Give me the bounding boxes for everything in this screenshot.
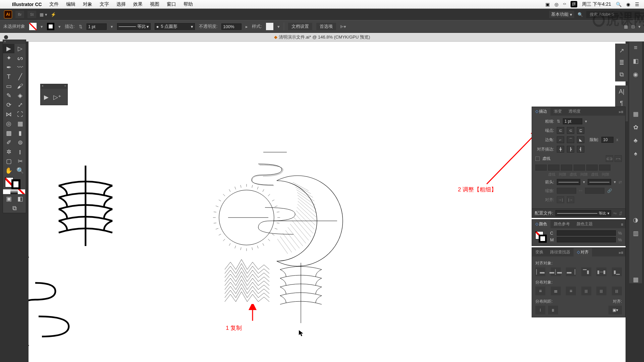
stroke-panel-menu-icon[interactable]: »≡ (616, 108, 625, 116)
swatches-palette-icon[interactable]: ◉ (633, 71, 638, 78)
ime-indicator[interactable]: 拼 (571, 1, 577, 7)
rotate-tool[interactable]: ⟳ (3, 100, 14, 110)
color-guide-icon[interactable]: ◑ (633, 216, 638, 224)
align-left[interactable]: ▏▬ (535, 267, 545, 276)
corner-bevel[interactable]: ◣ (577, 136, 584, 143)
c-value[interactable] (557, 230, 616, 236)
dash-checkbox[interactable] (535, 157, 540, 161)
graph-tool[interactable]: ⫿ (14, 147, 26, 157)
corner-miter[interactable]: ⌐ (557, 136, 564, 143)
graphic-styles-icon[interactable]: ♣ (634, 137, 638, 144)
menu-effect[interactable]: 效果 (133, 1, 143, 7)
opacity-dropdown-icon[interactable]: ▸ (246, 24, 248, 29)
menu-select[interactable]: 选择 (116, 1, 126, 7)
properties-icon[interactable]: ≡ (634, 44, 638, 51)
blend-tool[interactable]: ⊚ (14, 138, 26, 147)
cap-butt[interactable]: ⊏ (557, 127, 564, 134)
mesh-tool[interactable]: ▩ (3, 128, 14, 138)
cap-proj[interactable]: ⊑ (577, 127, 584, 134)
bridge-button[interactable]: Br (15, 11, 24, 18)
brushes-icon[interactable]: ▦ (633, 110, 639, 118)
arrowscale-end[interactable] (585, 188, 604, 194)
align-bottom[interactable]: ▮▁ (612, 267, 622, 276)
menu-view[interactable]: 视图 (150, 1, 159, 7)
menu-edit[interactable]: 编辑 (66, 1, 75, 7)
tab-align[interactable]: ◇对齐 (574, 248, 592, 256)
stroke-swatch[interactable] (47, 23, 54, 30)
flip-x-icon[interactable]: ⇋ (613, 211, 617, 216)
flip-y-icon[interactable]: ⇵ (619, 211, 623, 216)
tab-pathfinder[interactable]: 路径查找器 (547, 248, 574, 256)
notification-icon[interactable]: ☰ (635, 2, 639, 7)
fill-stroke-mini[interactable] (535, 231, 547, 243)
symbols-dock-icon[interactable]: ✿ (633, 124, 638, 131)
stroke-color[interactable] (11, 179, 20, 189)
align-vcenter[interactable]: ▮─▮ (596, 267, 606, 276)
var-width-profile[interactable]: 等比▾ (117, 23, 151, 30)
tab-color[interactable]: ◇颜色 (532, 220, 550, 228)
shaper-tool[interactable]: ✎ (3, 91, 14, 100)
tab-color-themes[interactable]: 颜色主题 (573, 220, 596, 228)
dash-2[interactable] (561, 165, 572, 171)
pen-tool[interactable]: ✒ (3, 63, 14, 72)
width-tool[interactable]: ⋈ (3, 110, 14, 119)
dist-left[interactable]: ⫼ (581, 287, 591, 295)
links-icon[interactable]: ♠ (634, 150, 637, 157)
stock-button[interactable]: St (28, 11, 36, 18)
fill-swatch[interactable] (29, 23, 37, 30)
align-hcenter[interactable]: ▬│▬ (551, 267, 561, 276)
arrowscale-link-icon[interactable]: 🔗 (607, 188, 612, 193)
brush-tool[interactable]: 🖌 (14, 81, 26, 91)
alignstroke-center[interactable]: ╋ (557, 146, 564, 153)
lasso-tool[interactable]: ᔕ (14, 53, 26, 63)
workspace-switcher[interactable]: 基本功能▾ (549, 11, 574, 18)
preferences-button[interactable]: 首选项 (316, 23, 336, 30)
corner-round[interactable]: ⌒ (567, 136, 574, 143)
weight-dropdown-icon[interactable]: ▾ (585, 119, 587, 124)
floating-close-icon[interactable]: × (41, 84, 45, 88)
zoom-tool[interactable]: 🔍 (14, 166, 26, 175)
align-to-icon[interactable]: ⊫▾ (340, 24, 346, 29)
align-panel-menu-icon[interactable]: »≡ (616, 249, 625, 256)
dist-vcenter[interactable]: ≣ (551, 287, 561, 295)
line-tool[interactable]: ╱ (14, 72, 26, 81)
align-to-selector[interactable]: ▣▾ (608, 306, 622, 314)
stroke-weight-input[interactable] (87, 23, 107, 30)
arrow-swap-icon[interactable]: ⇄ (619, 180, 622, 184)
symbol-sprayer-tool[interactable]: ✲ (3, 147, 14, 157)
arrange-doc-icon[interactable]: ▦ ▾ (40, 12, 47, 17)
dist-bottom[interactable]: ≡ (566, 287, 576, 295)
fill-dropdown-icon[interactable]: ▾ (41, 24, 43, 29)
menu-help[interactable]: 帮助 (183, 1, 193, 7)
magic-wand-tool[interactable]: ✦ (3, 53, 14, 63)
spotlight-icon[interactable]: 🔍 (616, 2, 622, 7)
dash-1[interactable] (535, 165, 547, 171)
floating-cursor-icon[interactable]: ▶ (44, 94, 49, 101)
arrowscale-start[interactable] (557, 188, 576, 194)
profile-select[interactable]: 等比▾ (555, 210, 611, 216)
toolbox-close-icon[interactable]: × (3, 40, 7, 44)
siri-icon[interactable]: ◉ (626, 2, 630, 7)
gap-3[interactable] (599, 165, 610, 171)
dist-space-h[interactable]: ⫼ (548, 306, 558, 314)
tab-transparency[interactable]: 透明度 (565, 107, 584, 116)
stroke-dropdown-icon[interactable]: ▾ (58, 24, 61, 29)
arrowalign-end[interactable]: |→ (567, 196, 574, 203)
arrow-end[interactable] (588, 179, 611, 185)
menu-file[interactable]: 文件 (49, 1, 59, 7)
scale-tool[interactable]: ⤢ (14, 100, 26, 110)
rectangle-tool[interactable]: ▭ (3, 81, 14, 91)
eyedropper-tool[interactable]: ✐ (3, 138, 14, 147)
style-dropdown-icon[interactable]: ▾ (277, 24, 280, 29)
menu-type[interactable]: 文字 (100, 1, 109, 7)
floating-direct-icon[interactable]: ▷⁺ (53, 94, 61, 101)
direct-selection-tool[interactable]: ▷ (14, 44, 26, 53)
dist-top[interactable]: ≡ (535, 287, 545, 295)
shape-builder-tool[interactable]: ◎ (3, 119, 14, 128)
tab-stroke[interactable]: ◇描边 (532, 107, 550, 116)
opacity-input[interactable] (221, 23, 241, 30)
change-screen[interactable]: ⧉ (3, 203, 26, 213)
artboards-icon[interactable]: ⧉ (620, 71, 624, 78)
style-swatch[interactable] (266, 23, 273, 30)
align-top[interactable]: ▔▮ (581, 267, 591, 276)
